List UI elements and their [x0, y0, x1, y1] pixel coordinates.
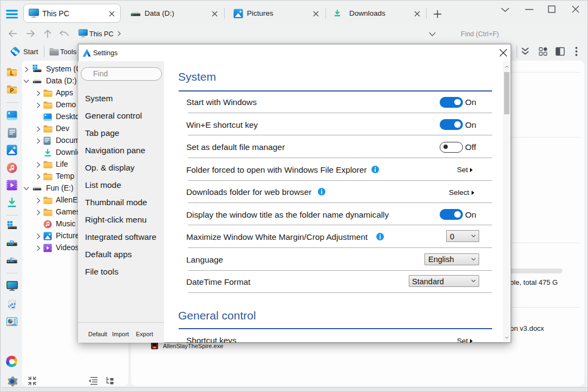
svg-text:D: D [10, 239, 14, 246]
svg-text:L: L [10, 70, 14, 76]
svg-text:P: P [10, 88, 14, 94]
svg-text:E: E [10, 257, 14, 263]
